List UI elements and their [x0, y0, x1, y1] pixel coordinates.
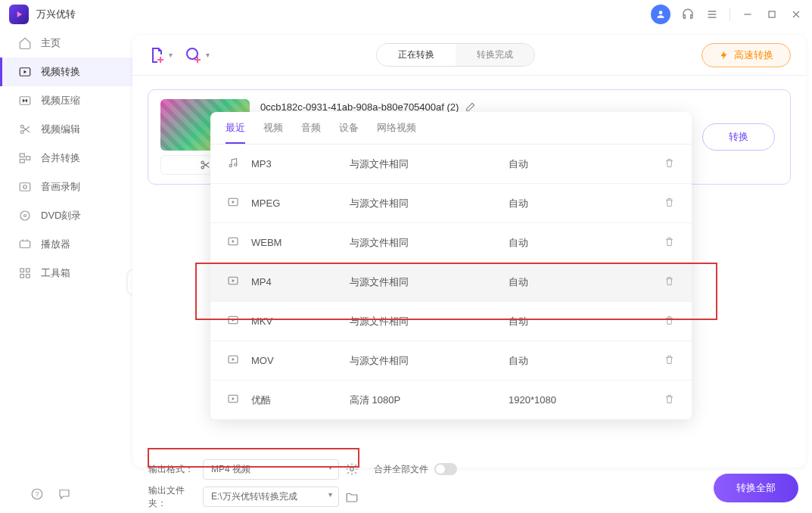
maximize-button[interactable]: [765, 8, 779, 21]
hamburger-icon: [706, 8, 718, 20]
svg-rect-15: [26, 269, 30, 272]
minimize-button[interactable]: [741, 8, 754, 21]
account-button[interactable]: [651, 5, 670, 24]
format-name: 优酷: [251, 393, 350, 407]
output-dir-select[interactable]: E:\万兴优转\转换完成: [203, 487, 339, 507]
output-format-select[interactable]: MP4 视频: [203, 459, 339, 480]
support-button[interactable]: [681, 8, 695, 21]
svg-rect-7: [20, 160, 24, 163]
format-name: MPEG: [251, 197, 350, 209]
format-resolution: 高清 1080P: [350, 393, 509, 407]
delete-format-button[interactable]: [664, 393, 675, 407]
sidebar-item-dvd[interactable]: DVD刻录: [0, 201, 132, 230]
fast-convert-button[interactable]: 高速转换: [702, 43, 791, 67]
file-name-row: 0ccb182c-0931-41ab-908a-b80e705400af (2): [260, 101, 477, 113]
delete-format-button[interactable]: [664, 315, 675, 328]
dd-tab-web[interactable]: 网络视频: [377, 121, 416, 144]
logo-play-icon: [14, 9, 24, 20]
dd-tab-device[interactable]: 设备: [339, 121, 359, 144]
format-row-mkv[interactable]: MKV与源文件相同自动: [210, 302, 692, 341]
player-icon: [18, 238, 32, 251]
video-icon: [227, 393, 239, 405]
sidebar-item-compress[interactable]: 视频压缩: [0, 86, 132, 115]
sidebar-item-video-convert[interactable]: 视频转换: [0, 58, 132, 86]
svg-point-29: [350, 468, 354, 471]
minimize-icon: [742, 8, 754, 20]
delete-format-button[interactable]: [664, 354, 675, 368]
video-icon: [227, 353, 239, 365]
home-icon: [18, 36, 32, 50]
convert-all-button[interactable]: 转换全部: [714, 474, 798, 502]
feedback-button[interactable]: [58, 487, 71, 501]
settings-button[interactable]: [345, 462, 359, 476]
svg-point-0: [659, 11, 663, 14]
trash-icon: [664, 275, 675, 287]
disc-icon: [18, 209, 32, 222]
trash-icon: [664, 197, 675, 208]
trash-icon: [664, 236, 675, 247]
sidebar-item-edit[interactable]: 视频编辑: [0, 115, 132, 144]
output-dir-label: 输出文件夹：: [148, 484, 197, 510]
svg-point-19: [201, 161, 204, 163]
sidebar-item-player[interactable]: 播放器: [0, 230, 132, 259]
dd-tab-audio[interactable]: 音频: [301, 121, 321, 144]
tab-converting[interactable]: 正在转换: [377, 44, 456, 66]
delete-format-button[interactable]: [664, 275, 675, 289]
sidebar-item-merge[interactable]: 合并转换: [0, 144, 132, 173]
delete-format-button[interactable]: [664, 157, 675, 171]
merge-switch[interactable]: [434, 463, 457, 475]
format-row-mp4[interactable]: MP4与源文件相同自动: [210, 263, 692, 302]
delete-format-button[interactable]: [664, 236, 675, 250]
divider: [730, 8, 730, 21]
video-icon: [227, 235, 239, 247]
close-icon: [790, 8, 802, 20]
fast-label: 高速转换: [734, 48, 773, 62]
format-row-优酷[interactable]: 优酷高清 1080P1920*1080: [210, 381, 692, 420]
format-name: MP4: [251, 276, 350, 288]
music-icon: [227, 157, 239, 169]
format-row-mov[interactable]: MOV与源文件相同自动: [210, 341, 692, 381]
sidebar-label: 视频压缩: [41, 94, 80, 107]
sidebar-item-home[interactable]: 主页: [0, 29, 132, 58]
sidebar: 主页 视频转换 视频压缩 视频编辑 合并转换 音画录制 DVD刻录 播放器 工具…: [0, 29, 132, 513]
merge-icon: [18, 151, 32, 165]
format-resolution: 与源文件相同: [350, 315, 509, 328]
sidebar-label: 视频转换: [41, 65, 80, 79]
sidebar-label: 合并转换: [41, 151, 80, 165]
file-plus-icon: [148, 46, 166, 64]
edit-icon[interactable]: [465, 101, 477, 113]
add-file-button[interactable]: ▾: [148, 46, 173, 64]
format-quality: 自动: [509, 236, 664, 250]
trash-icon: [664, 354, 675, 365]
format-quality: 自动: [509, 275, 664, 289]
browse-folder-button[interactable]: [345, 490, 359, 504]
svg-rect-6: [20, 154, 24, 157]
tab-completed[interactable]: 转换完成: [456, 44, 534, 66]
convert-button[interactable]: 转换: [702, 123, 775, 151]
format-row-mpeg[interactable]: MPEG与源文件相同自动: [210, 184, 692, 223]
dd-tab-video[interactable]: 视频: [263, 121, 283, 144]
dd-tab-recent[interactable]: 最近: [226, 121, 245, 144]
svg-point-21: [229, 164, 232, 166]
titlebar: 万兴优转: [0, 0, 812, 29]
format-quality: 自动: [509, 354, 664, 368]
sidebar-item-record[interactable]: 音画录制: [0, 173, 132, 201]
svg-text:?: ?: [35, 490, 39, 498]
compress-icon: [18, 94, 32, 107]
format-name: MKV: [251, 316, 350, 327]
format-dropdown: 最近 视频 音频 设备 网络视频 MP3与源文件相同自动MPEG与源文件相同自动…: [210, 112, 692, 420]
grid-icon: [18, 266, 32, 280]
headset-icon: [681, 8, 695, 21]
menu-button[interactable]: [705, 8, 719, 21]
format-row-mp3[interactable]: MP3与源文件相同自动: [210, 145, 692, 184]
sidebar-label: 播放器: [41, 238, 70, 251]
format-row-webm[interactable]: WEBM与源文件相同自动: [210, 223, 692, 263]
help-button[interactable]: ?: [30, 487, 44, 501]
delete-format-button[interactable]: [664, 197, 675, 210]
add-url-button[interactable]: ▾: [185, 46, 210, 64]
trash-icon: [664, 157, 675, 169]
format-resolution: 与源文件相同: [350, 275, 509, 289]
close-button[interactable]: [789, 8, 803, 21]
format-name: WEBM: [251, 237, 350, 248]
sidebar-item-toolbox[interactable]: 工具箱: [0, 259, 132, 288]
